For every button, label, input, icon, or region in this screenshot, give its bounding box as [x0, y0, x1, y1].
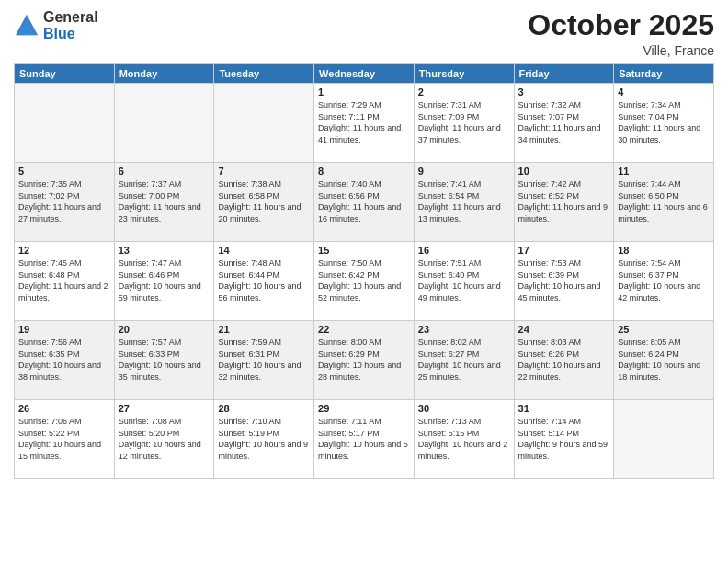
day-info: Sunrise: 7:08 AM Sunset: 5:20 PM Dayligh…: [119, 416, 210, 462]
sunset-text: Sunset: 6:48 PM: [18, 270, 80, 280]
day-info: Sunrise: 7:40 AM Sunset: 6:56 PM Dayligh…: [318, 178, 410, 224]
day-number: 10: [518, 166, 610, 177]
day-number: 8: [318, 166, 410, 177]
sunrise-text: Sunrise: 7:57 AM: [119, 338, 182, 347]
sunset-text: Sunset: 5:14 PM: [518, 429, 580, 438]
sunset-text: Sunset: 6:37 PM: [618, 270, 679, 280]
table-row: 15 Sunrise: 7:50 AM Sunset: 6:42 PM Dayl…: [314, 242, 415, 321]
day-number: 11: [618, 166, 710, 177]
col-wednesday: Wednesday: [314, 64, 415, 84]
daylight-text: Daylight: 11 hours and 6 minutes.: [618, 202, 708, 224]
day-info: Sunrise: 8:02 AM Sunset: 6:27 PM Dayligh…: [418, 337, 510, 383]
daylight-text: Daylight: 10 hours and 45 minutes.: [518, 282, 601, 303]
daylight-text: Daylight: 9 hours and 59 minutes.: [518, 440, 609, 461]
table-row: 3 Sunrise: 7:32 AM Sunset: 7:07 PM Dayli…: [514, 84, 614, 163]
day-number: 1: [318, 86, 410, 98]
day-number: 15: [318, 245, 410, 256]
sunset-text: Sunset: 6:58 PM: [218, 191, 279, 201]
table-row: 25 Sunrise: 8:05 AM Sunset: 6:24 PM Dayl…: [614, 321, 714, 400]
day-number: 17: [518, 245, 610, 256]
day-number: 25: [618, 324, 710, 335]
sunrise-text: Sunrise: 7:13 AM: [418, 417, 482, 426]
day-info: Sunrise: 7:59 AM Sunset: 6:31 PM Dayligh…: [218, 337, 310, 383]
sunrise-text: Sunrise: 7:08 AM: [119, 417, 182, 426]
sunset-text: Sunset: 6:52 PM: [518, 191, 580, 201]
sunset-text: Sunset: 6:33 PM: [119, 350, 180, 359]
table-row: 4 Sunrise: 7:34 AM Sunset: 7:04 PM Dayli…: [614, 84, 714, 163]
month-title: October 2025: [528, 9, 714, 41]
day-info: Sunrise: 8:05 AM Sunset: 6:24 PM Dayligh…: [618, 337, 710, 383]
sunrise-text: Sunrise: 7:37 AM: [119, 179, 182, 189]
daylight-text: Daylight: 11 hours and 9 minutes.: [518, 202, 609, 224]
day-number: 5: [18, 166, 110, 177]
day-info: Sunrise: 7:45 AM Sunset: 6:48 PM Dayligh…: [18, 258, 110, 304]
daylight-text: Daylight: 10 hours and 28 minutes.: [318, 361, 401, 382]
daylight-text: Daylight: 10 hours and 38 minutes.: [18, 361, 101, 382]
table-row: 6 Sunrise: 7:37 AM Sunset: 7:00 PM Dayli…: [114, 163, 214, 242]
sunrise-text: Sunrise: 7:56 AM: [18, 338, 82, 347]
table-row: 1 Sunrise: 7:29 AM Sunset: 7:11 PM Dayli…: [314, 84, 415, 163]
sunrise-text: Sunrise: 8:03 AM: [518, 338, 582, 347]
logo-blue-label: Blue: [43, 26, 75, 41]
sunrise-text: Sunrise: 7:10 AM: [218, 417, 281, 426]
day-info: Sunrise: 7:32 AM Sunset: 7:07 PM Dayligh…: [518, 99, 610, 145]
day-info: Sunrise: 7:10 AM Sunset: 5:19 PM Dayligh…: [218, 416, 310, 462]
sunrise-text: Sunrise: 7:35 AM: [18, 179, 82, 189]
sunrise-text: Sunrise: 7:31 AM: [418, 100, 482, 109]
day-info: Sunrise: 7:44 AM Sunset: 6:50 PM Dayligh…: [618, 178, 710, 224]
sunset-text: Sunset: 6:56 PM: [318, 191, 380, 201]
col-sunday: Sunday: [15, 64, 115, 84]
day-number: 3: [518, 86, 610, 98]
day-number: 23: [418, 324, 510, 335]
table-row: 11 Sunrise: 7:44 AM Sunset: 6:50 PM Dayl…: [614, 163, 714, 242]
day-info: Sunrise: 7:38 AM Sunset: 6:58 PM Dayligh…: [218, 178, 310, 224]
title-block: October 2025 Ville, France: [528, 9, 714, 58]
daylight-text: Daylight: 10 hours and 12 minutes.: [119, 440, 201, 461]
day-number: 31: [518, 403, 610, 414]
day-info: Sunrise: 7:41 AM Sunset: 6:54 PM Dayligh…: [418, 178, 510, 224]
sunrise-text: Sunrise: 7:40 AM: [318, 179, 381, 189]
sunset-text: Sunset: 6:26 PM: [518, 350, 580, 359]
daylight-text: Daylight: 11 hours and 30 minutes.: [618, 123, 700, 144]
day-info: Sunrise: 7:31 AM Sunset: 7:09 PM Dayligh…: [418, 99, 510, 145]
daylight-text: Daylight: 10 hours and 18 minutes.: [618, 361, 700, 382]
table-row: 20 Sunrise: 7:57 AM Sunset: 6:33 PM Dayl…: [114, 321, 214, 400]
sunrise-text: Sunrise: 7:54 AM: [618, 259, 681, 268]
day-number: 24: [518, 324, 610, 335]
calendar-header-row: Sunday Monday Tuesday Wednesday Thursday…: [15, 64, 714, 84]
table-row: 14 Sunrise: 7:48 AM Sunset: 6:44 PM Dayl…: [214, 242, 314, 321]
calendar-week-row: 12 Sunrise: 7:45 AM Sunset: 6:48 PM Dayl…: [15, 242, 714, 321]
table-row: 22 Sunrise: 8:00 AM Sunset: 6:29 PM Dayl…: [314, 321, 415, 400]
table-row: 8 Sunrise: 7:40 AM Sunset: 6:56 PM Dayli…: [314, 163, 415, 242]
table-row: 13 Sunrise: 7:47 AM Sunset: 6:46 PM Dayl…: [114, 242, 214, 321]
sunset-text: Sunset: 6:29 PM: [318, 350, 380, 359]
daylight-text: Daylight: 11 hours and 20 minutes.: [218, 202, 301, 224]
calendar-week-row: 5 Sunrise: 7:35 AM Sunset: 7:02 PM Dayli…: [15, 163, 714, 242]
table-row: 10 Sunrise: 7:42 AM Sunset: 6:52 PM Dayl…: [514, 163, 614, 242]
day-number: 6: [119, 166, 210, 177]
day-number: 29: [318, 403, 410, 414]
col-monday: Monday: [114, 64, 214, 84]
daylight-text: Daylight: 10 hours and 2 minutes.: [418, 440, 508, 461]
daylight-text: Daylight: 11 hours and 13 minutes.: [418, 202, 501, 224]
daylight-text: Daylight: 11 hours and 2 minutes.: [18, 282, 108, 303]
sunrise-text: Sunrise: 7:47 AM: [119, 259, 182, 268]
sunrise-text: Sunrise: 7:14 AM: [518, 417, 582, 426]
daylight-text: Daylight: 10 hours and 42 minutes.: [618, 282, 700, 303]
day-number: 27: [119, 403, 210, 414]
day-number: 26: [18, 403, 110, 414]
day-info: Sunrise: 7:48 AM Sunset: 6:44 PM Dayligh…: [218, 258, 310, 304]
day-number: 14: [218, 245, 310, 256]
sunset-text: Sunset: 6:40 PM: [418, 270, 480, 280]
sunrise-text: Sunrise: 7:53 AM: [518, 259, 582, 268]
sunset-text: Sunset: 6:42 PM: [318, 270, 380, 280]
daylight-text: Daylight: 10 hours and 35 minutes.: [119, 361, 201, 382]
col-friday: Friday: [514, 64, 614, 84]
day-info: Sunrise: 7:53 AM Sunset: 6:39 PM Dayligh…: [518, 258, 610, 304]
day-info: Sunrise: 7:34 AM Sunset: 7:04 PM Dayligh…: [618, 99, 710, 145]
col-thursday: Thursday: [414, 64, 514, 84]
daylight-text: Daylight: 11 hours and 41 minutes.: [318, 123, 401, 144]
page: General Blue October 2025 Ville, France …: [0, 0, 728, 563]
sunrise-text: Sunrise: 7:59 AM: [218, 338, 281, 347]
sunrise-text: Sunrise: 7:45 AM: [18, 259, 82, 268]
